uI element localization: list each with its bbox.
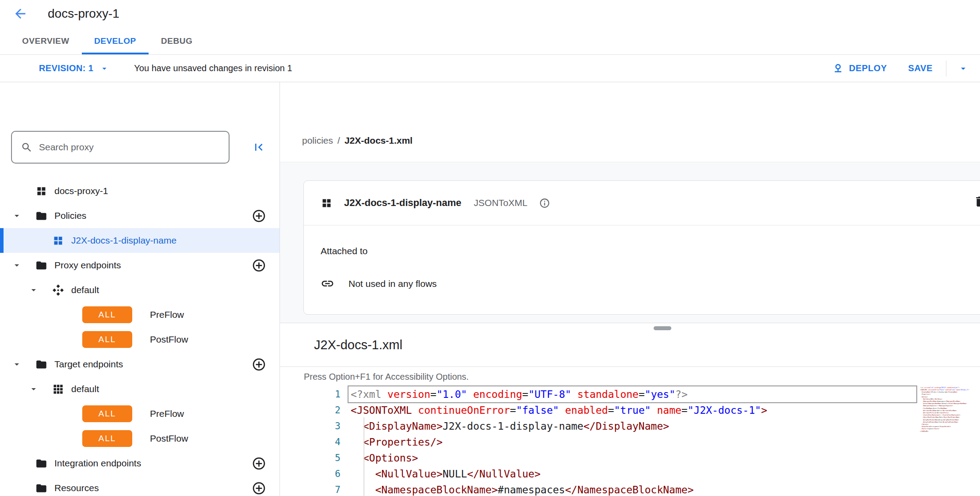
- code-editor[interactable]: Press Option+F1 for Accessibility Option…: [280, 367, 980, 496]
- info-icon[interactable]: [539, 198, 550, 209]
- line-content: <DisplayName>J2X-docs-1-display-name</Di…: [348, 418, 916, 434]
- add-button[interactable]: [251, 208, 266, 223]
- line-number: 1: [280, 386, 341, 402]
- revision-selector[interactable]: REVISION: 1: [39, 63, 109, 73]
- save-button[interactable]: SAVE: [908, 63, 933, 73]
- main-panel: policies / J2X-docs-1.xml J2X-docs-1-dis…: [280, 82, 980, 496]
- line-number: 2: [280, 402, 341, 418]
- flow-condition-badge: ALL: [82, 306, 132, 323]
- tree-item-postflow[interactable]: ALLPostFlow: [0, 327, 279, 352]
- policy-card-header: J2X-docs-1-display-name JSONToXML: [304, 181, 980, 225]
- folder-icon: [35, 359, 47, 370]
- code-line-5[interactable]: 5 <Options>: [280, 450, 980, 466]
- tree-item-proxy-endpoints[interactable]: Proxy endpoints: [0, 253, 279, 278]
- line-content: <NullValue>NULL</NullValue>: [348, 466, 916, 482]
- tree-item-resources[interactable]: Resources: [0, 476, 279, 496]
- trash-icon: [973, 195, 980, 208]
- breadcrumb-current: J2X-docs-1.xml: [345, 135, 413, 146]
- breadcrumb: policies / J2X-docs-1.xml: [280, 82, 980, 162]
- tab-bar: OVERVIEWDEVELOPDEBUG: [0, 27, 980, 55]
- revision-label: REVISION: 1: [39, 63, 93, 73]
- tree-item-label: PreFlow: [150, 408, 184, 419]
- add-circle-icon: [252, 357, 266, 372]
- line-content: <?xml version="1.0" encoding="UTF-8" sta…: [348, 386, 916, 402]
- search-proxy-box[interactable]: [11, 131, 230, 164]
- attachment-status: Not used in any flows: [348, 279, 437, 289]
- tree-item-default[interactable]: default: [0, 377, 279, 401]
- delete-policy-button[interactable]: [973, 195, 980, 208]
- tab-develop[interactable]: DEVELOP: [82, 27, 149, 54]
- line-number: 5: [280, 450, 341, 466]
- breadcrumb-separator: /: [337, 135, 340, 146]
- back-button[interactable]: [11, 4, 30, 23]
- tree-item-policies[interactable]: Policies: [0, 203, 279, 228]
- add-button[interactable]: [251, 357, 266, 372]
- caret-down-icon[interactable]: [28, 384, 39, 394]
- tree-item-j2x-docs-1-display-name[interactable]: J2X-docs-1-display-name: [0, 228, 279, 253]
- tree-item-target-endpoints[interactable]: Target endpoints: [0, 352, 279, 377]
- divider: [946, 61, 946, 76]
- code-line-3[interactable]: 3 <DisplayName>J2X-docs-1-display-name</…: [280, 418, 980, 434]
- caret-down-icon[interactable]: [28, 285, 39, 295]
- folder-icon: [35, 482, 47, 494]
- collapse-panel-button[interactable]: [248, 137, 269, 158]
- tree-item-label: Integration endpoints: [54, 458, 141, 469]
- page-title: docs-proxy-1: [48, 7, 119, 21]
- policy-icon: [321, 197, 333, 209]
- add-button[interactable]: [251, 481, 266, 496]
- tree-item-preflow[interactable]: ALLPreFlow: [0, 401, 279, 426]
- policy-detail-zone: J2X-docs-1-display-name JSONToXML Attach…: [280, 162, 980, 323]
- code-line-6[interactable]: 6 <NullValue>NULL</NullValue>: [280, 466, 980, 482]
- proxy-tree: docs-proxy-1PoliciesJ2X-docs-1-display-n…: [0, 179, 279, 496]
- add-circle-icon: [252, 481, 266, 496]
- tree-item-preflow[interactable]: ALLPreFlow: [0, 302, 279, 327]
- search-proxy-input[interactable]: [39, 142, 207, 153]
- caret-down-icon[interactable]: [11, 210, 22, 221]
- policy-card: J2X-docs-1-display-name JSONToXML Attach…: [303, 180, 980, 315]
- minimap[interactable]: <?xml version="1.0" encoding="UTF-8" sta…: [920, 386, 973, 438]
- collapse-left-icon: [252, 140, 266, 154]
- add-button[interactable]: [251, 456, 266, 471]
- policy-type: JSONToXML: [474, 198, 527, 208]
- folder-icon: [35, 259, 47, 271]
- code-lines: 1<?xml version="1.0" encoding="UTF-8" st…: [280, 386, 980, 496]
- add-button[interactable]: [251, 258, 266, 273]
- proxy-explorer-sidebar: docs-proxy-1PoliciesJ2X-docs-1-display-n…: [0, 82, 280, 496]
- tree-item-label: PostFlow: [150, 433, 188, 444]
- caret-down-icon[interactable]: [11, 260, 22, 271]
- tree-item-label: PreFlow: [150, 309, 184, 320]
- code-line-1[interactable]: 1<?xml version="1.0" encoding="UTF-8" st…: [280, 386, 980, 402]
- tree-item-default[interactable]: default: [0, 278, 279, 302]
- revision-bar: REVISION: 1 You have unsaved changes in …: [0, 55, 980, 82]
- tab-overview[interactable]: OVERVIEW: [10, 27, 82, 54]
- minimap-content: <?xml version="1.0" encoding="UTF-8" sta…: [920, 386, 973, 432]
- line-content: <Properties/>: [348, 434, 916, 450]
- header: docs-proxy-1: [0, 0, 980, 27]
- code-line-2[interactable]: 2<JSONToXML continueOnError="false" enab…: [280, 402, 980, 418]
- line-number: 3: [280, 418, 341, 434]
- line-content: <NamespaceBlockName>#namespaces</Namespa…: [348, 482, 916, 496]
- file-title: J2X-docs-1.xml: [314, 338, 402, 352]
- flow-condition-badge: ALL: [82, 331, 132, 348]
- flow-condition-badge: ALL: [82, 430, 132, 447]
- tab-debug[interactable]: DEBUG: [149, 27, 205, 54]
- tree-item-label: docs-proxy-1: [54, 186, 108, 196]
- deploy-button[interactable]: DEPLOY: [832, 63, 887, 74]
- folder-icon: [35, 458, 47, 469]
- search-icon: [21, 141, 33, 153]
- tree-item-label: Target endpoints: [54, 359, 123, 370]
- link-icon: [321, 277, 334, 290]
- proxy-icon: [35, 185, 47, 197]
- deploy-icon: [832, 63, 844, 74]
- breadcrumb-parent[interactable]: policies: [302, 135, 333, 146]
- line-number: 6: [280, 466, 341, 482]
- save-menu-button[interactable]: [958, 63, 973, 74]
- caret-down-icon[interactable]: [11, 359, 22, 370]
- tree-item-integration-endpoints[interactable]: Integration endpoints: [0, 451, 279, 476]
- code-line-4[interactable]: 4 <Properties/>: [280, 434, 980, 450]
- tree-item-postflow[interactable]: ALLPostFlow: [0, 426, 279, 451]
- tree-item-label: Proxy endpoints: [54, 260, 121, 271]
- tree-item-docs-proxy-1[interactable]: docs-proxy-1: [0, 179, 279, 203]
- code-line-7[interactable]: 7 <NamespaceBlockName>#namespaces</Names…: [280, 482, 980, 496]
- resize-handle[interactable]: [654, 326, 671, 330]
